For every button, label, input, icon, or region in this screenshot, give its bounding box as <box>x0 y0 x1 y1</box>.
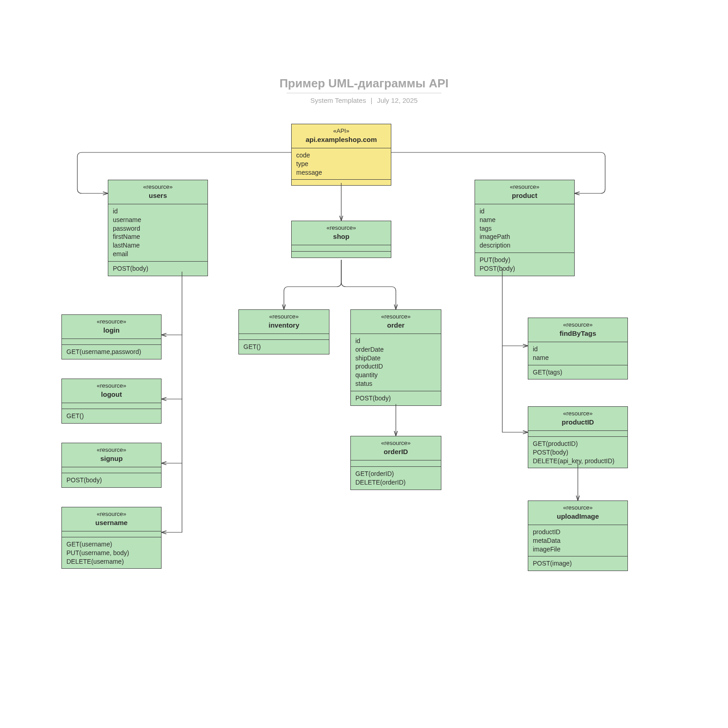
node-inventory[interactable]: «resource» inventory GET() <box>238 309 329 354</box>
api-attr: type <box>296 160 386 168</box>
username-stereotype: «resource» <box>66 510 157 518</box>
node-findbytags[interactable]: «resource» findByTags id name GET(tags) <box>528 318 628 379</box>
productid-op: DELETE(api_key, productID) <box>533 457 623 465</box>
uploadimage-attr: metaData <box>533 536 623 545</box>
uploadimage-attr: imageFile <box>533 545 623 554</box>
product-attr: imagePath <box>480 233 570 241</box>
uploadimage-stereotype: «resource» <box>533 504 623 512</box>
signup-stereotype: «resource» <box>66 446 157 454</box>
findbytags-op: GET(tags) <box>533 368 623 377</box>
signup-name: signup <box>66 454 157 463</box>
findbytags-name: findByTags <box>533 329 623 338</box>
product-op: PUT(body) <box>480 256 570 264</box>
orderid-stereotype: «resource» <box>355 439 436 447</box>
order-attr: orderDate <box>355 345 436 354</box>
findbytags-stereotype: «resource» <box>533 321 623 329</box>
productid-op: GET(productID) <box>533 440 623 448</box>
logout-stereotype: «resource» <box>66 382 157 390</box>
subtitle-author: System Templates <box>310 96 366 104</box>
product-attr: id <box>480 207 570 216</box>
api-name: api.exampleshop.com <box>296 135 386 144</box>
users-attr: firstName <box>113 233 203 241</box>
productid-stereotype: «resource» <box>533 410 623 418</box>
order-name: order <box>355 321 436 330</box>
node-api[interactable]: «API» api.exampleshop.com code type mess… <box>291 124 391 186</box>
orderid-op: GET(orderID) <box>355 470 436 478</box>
node-login[interactable]: «resource» login GET(username,password) <box>61 314 162 359</box>
node-product[interactable]: «resource» product id name tags imagePat… <box>475 180 575 276</box>
order-attr: shipDate <box>355 354 436 363</box>
order-attr: status <box>355 379 436 388</box>
product-attr: tags <box>480 224 570 233</box>
diagram-title: Пример UML-диаграммы API <box>0 76 728 91</box>
users-attr: username <box>113 216 203 224</box>
node-uploadimage[interactable]: «resource» uploadImage productID metaDat… <box>528 500 628 571</box>
product-stereotype: «resource» <box>480 183 570 191</box>
inventory-name: inventory <box>243 321 324 330</box>
product-attr: description <box>480 241 570 250</box>
product-op: POST(body) <box>480 264 570 273</box>
node-users[interactable]: «resource» users id username password fi… <box>108 180 208 276</box>
users-stereotype: «resource» <box>113 183 203 191</box>
users-attr: password <box>113 224 203 233</box>
signup-op: POST(body) <box>66 476 157 485</box>
inventory-stereotype: «resource» <box>243 313 324 321</box>
productid-op: POST(body) <box>533 448 623 457</box>
node-signup[interactable]: «resource» signup POST(body) <box>61 443 162 488</box>
users-attr: email <box>113 250 203 258</box>
orderid-name: orderID <box>355 447 436 456</box>
product-attr: name <box>480 216 570 224</box>
node-shop[interactable]: «resource» shop <box>291 221 391 258</box>
order-attr: productID <box>355 362 436 371</box>
subtitle-date: July 12, 2025 <box>377 96 418 104</box>
login-stereotype: «resource» <box>66 318 157 326</box>
logout-op: GET() <box>66 412 157 420</box>
users-op: POST(body) <box>113 264 203 273</box>
node-order[interactable]: «resource» order id orderDate shipDate p… <box>350 309 441 406</box>
users-attr: id <box>113 207 203 216</box>
login-name: login <box>66 326 157 335</box>
users-name: users <box>113 191 203 200</box>
uploadimage-op: POST(image) <box>533 559 623 568</box>
api-attr: code <box>296 151 386 160</box>
orderid-op: DELETE(orderID) <box>355 478 436 487</box>
api-stereotype: «API» <box>296 127 386 135</box>
logout-name: logout <box>66 390 157 399</box>
api-attr: message <box>296 168 386 177</box>
subtitle-separator: | <box>371 96 373 104</box>
node-username[interactable]: «resource» username GET(username) PUT(us… <box>61 507 162 569</box>
users-attr: lastName <box>113 241 203 250</box>
title-underline <box>287 93 441 93</box>
productid-name: productID <box>533 418 623 427</box>
findbytags-attr: name <box>533 354 623 362</box>
order-op: POST(body) <box>355 394 436 403</box>
node-productid[interactable]: «resource» productID GET(productID) POST… <box>528 406 628 468</box>
inventory-op: GET() <box>243 343 324 351</box>
shop-stereotype: «resource» <box>296 224 386 232</box>
diagram-subtitle: System Templates | July 12, 2025 <box>0 96 728 104</box>
product-name: product <box>480 191 570 200</box>
username-op: DELETE(username) <box>66 557 157 566</box>
node-orderid[interactable]: «resource» orderID GET(orderID) DELETE(o… <box>350 436 441 490</box>
order-stereotype: «resource» <box>355 313 436 321</box>
username-name: username <box>66 518 157 527</box>
shop-name: shop <box>296 232 386 241</box>
username-op: PUT(username, body) <box>66 549 157 557</box>
login-op: GET(username,password) <box>66 348 157 356</box>
node-logout[interactable]: «resource» logout GET() <box>61 379 162 424</box>
uploadimage-name: uploadImage <box>533 512 623 521</box>
username-op: GET(username) <box>66 540 157 549</box>
order-attr: id <box>355 337 436 345</box>
order-attr: quantity <box>355 371 436 379</box>
uploadimage-attr: productID <box>533 528 623 536</box>
findbytags-attr: id <box>533 345 623 354</box>
